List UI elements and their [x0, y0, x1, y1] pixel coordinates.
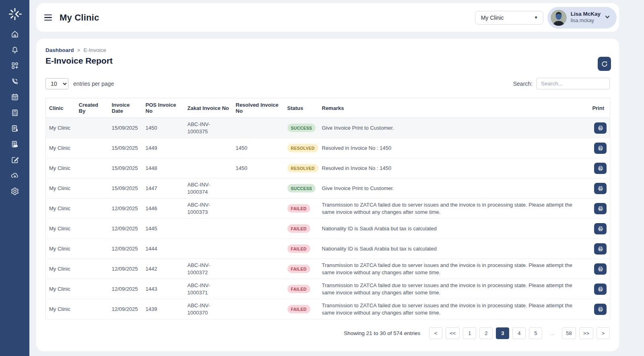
print-button[interactable] — [594, 284, 607, 295]
status-badge: FAILED — [287, 204, 310, 213]
refresh-button[interactable] — [598, 57, 611, 71]
clinic-select-dropdown[interactable]: My Clinic ▼ — [475, 11, 543, 25]
column-header: Resolved Invoice No — [233, 98, 284, 118]
user-username: lisa.mckay — [571, 18, 601, 24]
print-button[interactable] — [594, 223, 607, 234]
page-button-3[interactable]: 3 — [496, 327, 509, 339]
calendar-icon — [10, 93, 19, 101]
invoices-icon — [10, 140, 19, 149]
print-button[interactable] — [594, 143, 607, 154]
column-header: Remarks — [319, 98, 578, 118]
sidebar-item-billing[interactable] — [7, 108, 23, 117]
printer-icon — [597, 226, 604, 232]
table-row: My Clinic15/09/202514491450RESOLVEDResol… — [46, 138, 610, 158]
user-menu[interactable]: Lisa McKay lisa.mckay — [547, 7, 617, 29]
print-button[interactable] — [594, 122, 607, 134]
entries-select[interactable]: 10 — [45, 78, 68, 89]
sidebar-item-calls[interactable] — [7, 77, 23, 86]
table-row: My Clinic12/09/20251444FAILEDNationality… — [46, 239, 610, 259]
sidebar-item-settings[interactable] — [7, 187, 23, 196]
sidebar-item-calendar[interactable] — [7, 93, 23, 101]
main-content: Dashboard > E-Invoice E-Invoice Report 1… — [36, 39, 619, 351]
cloud-download-icon — [10, 171, 19, 180]
notifications-icon — [10, 46, 19, 54]
column-header: Zakat Invoice No — [184, 98, 233, 118]
table-header: ClinicCreated ByInvoice DatePOS Invoice … — [46, 98, 610, 118]
chevron-down-icon — [605, 14, 610, 21]
app-logo[interactable] — [7, 0, 23, 28]
column-header: Print — [578, 98, 610, 118]
printer-icon — [597, 286, 604, 292]
user-name: Lisa McKay — [571, 11, 601, 18]
printer-icon — [597, 205, 604, 212]
page-button-2[interactable]: 2 — [479, 327, 493, 339]
sidebar-item-reports[interactable] — [7, 124, 23, 133]
page-button-<[interactable]: < — [429, 327, 442, 339]
calculator-icon — [10, 108, 19, 117]
table-row: My Clinic12/09/20251443ABC-INV-1000371FA… — [46, 279, 610, 299]
print-button[interactable] — [594, 163, 607, 174]
printer-icon — [597, 306, 604, 313]
breadcrumb-dashboard[interactable]: Dashboard — [45, 47, 74, 53]
table-row: My Clinic15/09/20251447ABC-INV-1000374SU… — [46, 178, 610, 199]
print-button[interactable] — [594, 304, 607, 315]
status-badge: RESOLVED — [287, 164, 318, 172]
status-badge: FAILED — [287, 244, 310, 253]
page-button->>[interactable]: >> — [579, 327, 593, 339]
column-header: Clinic — [46, 98, 76, 118]
printer-icon — [597, 185, 604, 192]
status-badge: SUCCESS — [287, 124, 316, 132]
sidebar-item-home[interactable] — [7, 30, 23, 39]
pagination-row: Showing 21 to 30 of 574 entries <<<12345… — [45, 327, 610, 339]
page-button->[interactable]: > — [597, 327, 610, 339]
invoice-table-body: My Clinic15/09/20251450ABC-INV-1000375SU… — [46, 118, 610, 319]
pagination: <<<12345...58>>> — [429, 327, 610, 339]
breadcrumb-separator: > — [77, 47, 80, 53]
page-button-<<[interactable]: << — [446, 327, 460, 339]
sidebar-item-edit[interactable] — [7, 155, 23, 164]
sidebar-item-invoices[interactable] — [7, 140, 23, 149]
print-button[interactable] — [594, 203, 607, 214]
table-row: My Clinic12/09/20251439ABC-INV-1000370FA… — [46, 299, 610, 319]
sparkle-logo-icon — [7, 6, 23, 22]
column-header: POS Invoice No — [142, 98, 184, 118]
header-right: My Clinic ▼ Lisa McKay lisa.mckay — [475, 7, 617, 29]
search-input[interactable] — [537, 78, 610, 89]
status-badge: FAILED — [287, 265, 310, 273]
column-header: Status — [284, 98, 319, 118]
table-header-row: ClinicCreated ByInvoice DatePOS Invoice … — [46, 98, 610, 118]
pagination-summary: Showing 21 to 30 of 574 entries — [344, 330, 420, 336]
breadcrumb-e-invoice: E-Invoice — [83, 47, 106, 53]
column-header: Invoice Date — [109, 98, 142, 118]
page-button-4[interactable]: 4 — [512, 327, 526, 339]
page-button-5[interactable]: 5 — [529, 327, 542, 339]
sidebar-item-apps[interactable] — [7, 61, 23, 70]
column-header: Created By — [76, 98, 109, 118]
printer-icon — [597, 246, 604, 252]
page-button-1[interactable]: 1 — [463, 327, 476, 339]
printer-icon — [597, 165, 604, 172]
page-button-58[interactable]: 58 — [562, 327, 576, 339]
top-header: My Clinic My Clinic ▼ Lisa McKay lisa.mc… — [36, 3, 619, 32]
printer-icon — [597, 145, 604, 151]
table-row: My Clinic15/09/202514481450RESOLVEDResol… — [46, 158, 610, 178]
avatar — [551, 10, 567, 26]
table-row: My Clinic12/09/20251442ABC-INV-1000372FA… — [46, 259, 610, 279]
sidebar-item-notifications[interactable] — [7, 46, 23, 54]
sidebar — [0, 0, 29, 356]
qr-apps-icon — [10, 61, 19, 70]
print-button[interactable] — [594, 263, 607, 275]
menu-toggle-button[interactable] — [44, 14, 53, 21]
print-button[interactable] — [594, 243, 607, 255]
breadcrumb: Dashboard > E-Invoice — [45, 47, 610, 53]
invoice-table: ClinicCreated ByInvoice DatePOS Invoice … — [45, 98, 610, 319]
app-title: My Clinic — [60, 12, 99, 23]
user-meta: Lisa McKay lisa.mckay — [571, 11, 601, 24]
table-controls: 10 entries per page Search: — [45, 78, 610, 89]
user-photo — [551, 10, 567, 26]
print-button[interactable] — [594, 183, 607, 194]
status-badge: SUCCESS — [287, 184, 316, 192]
clinic-select-value: My Clinic — [481, 14, 504, 21]
sidebar-item-cloud[interactable] — [7, 171, 23, 180]
edit-icon — [10, 155, 19, 164]
